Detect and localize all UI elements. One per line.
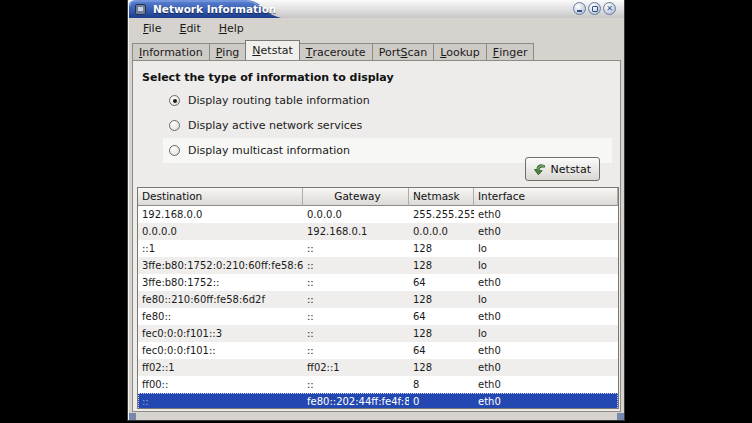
window-controls: ✕	[573, 2, 616, 15]
section-title: Select the type of information to displa…	[142, 71, 394, 84]
tab-ping[interactable]: Ping	[209, 43, 247, 60]
cell: 128	[409, 325, 474, 342]
cell: ::	[303, 325, 409, 342]
cell: fe80::	[138, 308, 303, 325]
menu-item-help[interactable]: Help	[213, 20, 250, 37]
radio-group: Display routing table informationDisplay…	[163, 88, 612, 163]
cell: lo	[474, 240, 618, 257]
cell: 192.168.0.0	[138, 206, 303, 223]
cell: eth0	[474, 393, 618, 409]
table-row[interactable]: 192.168.0.00.0.0.0255.255.255.0eth0	[138, 206, 618, 223]
cell: eth0	[474, 308, 618, 325]
table-row[interactable]: fec0:0:0:f101::3::128lo	[138, 325, 618, 342]
netstat-page: Select the type of information to displa…	[132, 60, 621, 412]
cell: ff02::1	[303, 359, 409, 376]
tab-finger[interactable]: Finger	[486, 43, 535, 60]
cell: ::	[303, 342, 409, 359]
cell: ::	[303, 240, 409, 257]
tab-lookup[interactable]: Lookup	[433, 43, 487, 60]
cell: 64	[409, 274, 474, 291]
cell: ::	[303, 274, 409, 291]
column-header-destination[interactable]: Destination	[138, 188, 303, 206]
netstat-button[interactable]: Netstat	[525, 157, 600, 181]
menu-item-edit[interactable]: Edit	[173, 20, 206, 37]
cell: eth0	[474, 359, 618, 376]
table-body: 192.168.0.00.0.0.0255.255.255.0eth00.0.0…	[138, 206, 618, 409]
cell: 0.0.0.0	[138, 223, 303, 240]
cell: 8	[409, 376, 474, 393]
cell: fe80::210:60ff:fe58:6d2f	[138, 291, 303, 308]
column-header-gateway[interactable]: Gateway	[303, 188, 409, 206]
cell: eth0	[474, 376, 618, 393]
radio-label: Display active network services	[188, 119, 362, 132]
radio-label: Display routing table information	[188, 94, 370, 107]
table-row[interactable]: 3ffe:b80:1752:0:210:60ff:fe58:6d2f::128l…	[138, 257, 618, 274]
cell: ::	[138, 393, 303, 409]
table-row[interactable]: fec0:0:0:f101::::64eth0	[138, 342, 618, 359]
cell: 128	[409, 257, 474, 274]
cell: eth0	[474, 274, 618, 291]
cell: ::	[303, 291, 409, 308]
cell: lo	[474, 257, 618, 274]
table-row[interactable]: ff00::::8eth0	[138, 376, 618, 393]
cell: 3ffe:b80:1752:0:210:60ff:fe58:6d2f	[138, 257, 303, 274]
minimize-button[interactable]	[573, 2, 586, 15]
cell: eth0	[474, 223, 618, 240]
menu-item-file[interactable]: File	[137, 20, 167, 37]
table-row[interactable]: 3ffe:b80:1752::::64eth0	[138, 274, 618, 291]
maximize-icon	[592, 6, 598, 12]
cell: eth0	[474, 206, 618, 223]
cell: 192.168.0.1	[303, 223, 409, 240]
frame-corner-left	[129, 413, 136, 420]
cell: ::	[303, 308, 409, 325]
cell: 0.0.0.0	[409, 223, 474, 240]
titlebar[interactable]: Network Information ✕	[129, 0, 624, 18]
table-row[interactable]: fe80::::64eth0	[138, 308, 618, 325]
routing-table[interactable]: DestinationGatewayNetmaskInterface 192.1…	[137, 187, 619, 409]
close-button[interactable]: ✕	[603, 2, 616, 15]
radio-display-active-network-services[interactable]: Display active network services	[163, 113, 612, 138]
cell: ff02::1	[138, 359, 303, 376]
radio-icon	[169, 95, 180, 106]
network-monitor-icon	[135, 4, 146, 15]
tab-traceroute[interactable]: Traceroute	[299, 43, 373, 60]
minimize-icon	[577, 10, 582, 12]
cell: 128	[409, 240, 474, 257]
table-row[interactable]: 0.0.0.0192.168.0.10.0.0.0eth0	[138, 223, 618, 240]
cell: 128	[409, 291, 474, 308]
cell: 3ffe:b80:1752::	[138, 274, 303, 291]
cell: ::	[303, 376, 409, 393]
cell: ff00::	[138, 376, 303, 393]
cell: fec0:0:0:f101::3	[138, 325, 303, 342]
cell: ::	[303, 257, 409, 274]
titlebar-tab: Network Information	[129, 0, 281, 18]
network-information-window: Network Information ✕ FileEditHelp Infor…	[128, 0, 624, 420]
radio-display-routing-table-information[interactable]: Display routing table information	[163, 88, 612, 113]
window-title: Network Information	[153, 3, 276, 15]
table-row[interactable]: ::fe80::202:44ff:fe4f:83e10eth0	[138, 393, 618, 409]
cell: 0	[409, 393, 474, 409]
cell: ::1	[138, 240, 303, 257]
table-row[interactable]: ::1::128lo	[138, 240, 618, 257]
column-header-netmask[interactable]: Netmask	[409, 188, 474, 206]
table-header: DestinationGatewayNetmaskInterface	[138, 188, 618, 206]
cell: lo	[474, 291, 618, 308]
cell: 64	[409, 342, 474, 359]
cell: fe80::202:44ff:fe4f:83e1	[303, 393, 409, 409]
cell: lo	[474, 325, 618, 342]
cell: 0.0.0.0	[303, 206, 409, 223]
cell: eth0	[474, 342, 618, 359]
tab-netstat[interactable]: Netstat	[245, 40, 299, 60]
cell: fec0:0:0:f101::	[138, 342, 303, 359]
radio-icon	[169, 120, 180, 131]
cell: 255.255.255.0	[409, 206, 474, 223]
menubar: FileEditHelp	[131, 18, 622, 39]
column-header-interface[interactable]: Interface	[474, 188, 618, 206]
tab-information[interactable]: Information	[132, 43, 210, 60]
maximize-button[interactable]	[588, 2, 601, 15]
close-icon: ✕	[606, 5, 613, 13]
table-row[interactable]: fe80::210:60ff:fe58:6d2f::128lo	[138, 291, 618, 308]
tab-port-scan[interactable]: Port Scan	[372, 43, 435, 60]
radio-label: Display multicast information	[188, 144, 350, 157]
table-row[interactable]: ff02::1ff02::1128eth0	[138, 359, 618, 376]
